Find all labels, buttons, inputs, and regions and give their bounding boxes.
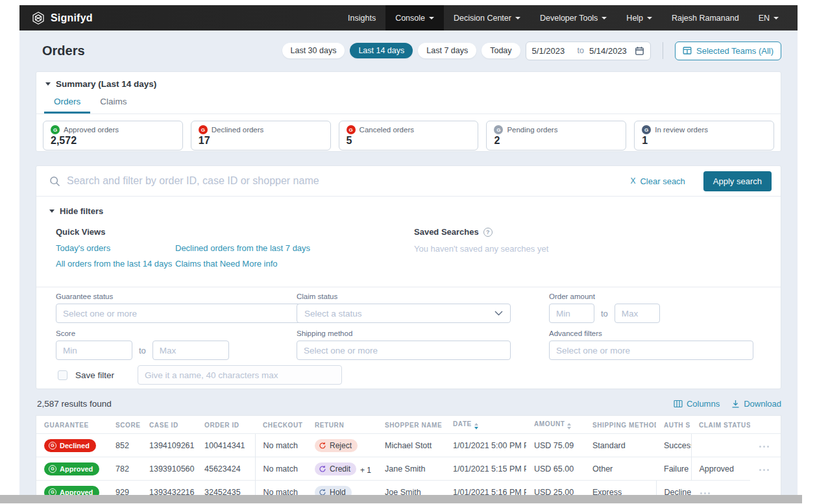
return-icon (319, 442, 326, 450)
col-guarantee[interactable]: GUARANTEE (36, 416, 108, 434)
stat-canceled-orders: GCanceled orders 5 (339, 121, 479, 150)
tab-claims[interactable]: Claims (90, 93, 136, 114)
stat-value: 2 (494, 135, 618, 147)
guarantee-icon: G (347, 125, 356, 134)
summary-tabs: Orders Claims (36, 93, 781, 114)
checkout-cell: No match (255, 481, 307, 496)
col-shopper-name[interactable]: SHOPPER NAME (377, 416, 445, 434)
search-input[interactable] (67, 175, 624, 187)
col-order-id[interactable]: ORDER ID (197, 416, 255, 434)
order-id-cell: 100414341 (197, 434, 255, 457)
range-last-30-days[interactable]: Last 30 days (282, 43, 345, 58)
stat-value: 5 (347, 135, 471, 147)
advanced-filters: Advanced filters (549, 330, 753, 360)
date-cell: 1/01/2021 5:00 PM PST (445, 434, 526, 457)
search-row: X Clear seach Apply search (36, 166, 781, 197)
row-actions-button[interactable] (758, 466, 770, 474)
order-amount-min-input[interactable] (549, 304, 594, 323)
date-from-input[interactable] (532, 46, 572, 56)
row-actions-button[interactable] (758, 443, 770, 450)
guarantee-icon: G (51, 125, 60, 134)
score-filter: Score to (56, 330, 229, 360)
score-min-input[interactable] (56, 341, 132, 360)
col-auth-status[interactable]: AUTH S (656, 416, 691, 434)
date-to-label: to (578, 46, 584, 55)
return-icon (319, 465, 326, 473)
nav-item-console[interactable]: Console (385, 5, 444, 30)
nav-item-developer-tools[interactable]: Developer Tools (530, 5, 616, 30)
hide-filters-toggle[interactable]: Hide filters (36, 197, 781, 216)
stat-value: 17 (199, 135, 323, 147)
nav-item-insights[interactable]: Insights (338, 5, 385, 30)
col-shipping-method[interactable]: SHIPPING METHOD (585, 416, 656, 434)
brand[interactable]: Signifyd (19, 11, 93, 25)
teams-grid-icon (683, 46, 692, 55)
nav-items: Insights Console Decision Center Develop… (338, 5, 798, 30)
quick-view-all-14-days[interactable]: All orders from the last 14 days (56, 259, 175, 274)
save-filter-checkbox[interactable] (58, 370, 67, 380)
col-amount[interactable]: AMOUNT (526, 416, 585, 434)
chevron-down-icon (647, 17, 652, 19)
col-case-id[interactable]: CASE ID (141, 416, 197, 434)
col-claim-status[interactable]: CLAIM STATUS (691, 416, 750, 434)
table-row[interactable]: GDeclined 852 1394109261 100414341 No ma… (36, 434, 781, 457)
col-score[interactable]: SCORE (108, 416, 141, 434)
apply-search-button[interactable]: Apply search (703, 171, 772, 191)
nav-item-decision-center[interactable]: Decision Center (444, 5, 530, 30)
guarantee-badge: GDeclined (44, 439, 96, 452)
date-range-picker[interactable]: to (526, 42, 651, 60)
save-filter-label: Save filter (75, 370, 114, 380)
claim-status-select[interactable]: Select a status (297, 304, 511, 323)
horizontal-scrollbar[interactable] (0, 495, 802, 503)
shipping-method-filter: Shipping method (297, 330, 511, 360)
date-to-input[interactable] (589, 46, 629, 56)
calendar-icon[interactable] (635, 46, 644, 56)
saved-searches-empty-text: You haven't saved any searches yet (414, 244, 548, 254)
col-checkout[interactable]: CHECKOUT (255, 416, 307, 434)
shipping-method-input[interactable] (297, 341, 511, 360)
advanced-filters-input[interactable] (549, 341, 753, 360)
clear-x-icon: X (630, 176, 635, 186)
range-today[interactable]: Today (482, 43, 520, 58)
chevron-down-icon (774, 17, 779, 19)
nav-item-user[interactable]: Rajesh Ramanand (662, 5, 749, 30)
score-max-input[interactable] (152, 341, 229, 360)
tab-orders[interactable]: Orders (44, 93, 90, 114)
download-button[interactable]: Download (731, 399, 781, 409)
columns-button[interactable]: Columns (674, 399, 720, 409)
amount-cell: USD 75.09 (526, 434, 585, 457)
range-last-7-days[interactable]: Last 7 days (418, 43, 476, 58)
order-amount-max-input[interactable] (615, 304, 660, 323)
saved-searches-title: Saved Searches ? (414, 227, 493, 237)
selected-teams-button[interactable]: Selected Teams (All) (675, 42, 781, 60)
summary-header[interactable]: Summary (Last 14 days) (36, 72, 781, 90)
shopper-cell: Michael Stott (377, 434, 445, 457)
filter-name-input[interactable] (138, 365, 342, 385)
sort-icon[interactable] (474, 423, 478, 429)
guarantee-status-filter: Guarantee status (56, 293, 306, 323)
app-frame: Signifyd Insights Console Decision Cente… (19, 5, 798, 496)
clear-search-button[interactable]: X Clear seach (630, 176, 685, 186)
claim-status-cell (691, 434, 750, 457)
quick-view-todays-orders[interactable]: Today's orders (56, 243, 175, 259)
range-last-14-days[interactable]: Last 14 days (350, 43, 413, 58)
guarantee-icon: G (494, 125, 503, 134)
chevron-down-icon (515, 17, 520, 19)
quick-view-declined-7-days[interactable]: Declined orders from the last 7 days (175, 243, 310, 259)
col-return[interactable]: RETURN (307, 416, 377, 434)
brand-name: Signifyd (51, 12, 93, 24)
help-icon[interactable]: ? (483, 228, 493, 237)
collapse-triangle-icon (49, 210, 55, 213)
nav-item-help[interactable]: Help (616, 5, 662, 30)
columns-icon (674, 400, 683, 408)
nav-item-language[interactable]: EN (749, 5, 788, 30)
quick-view-claims-need-info[interactable]: Claims that Need More info (175, 259, 310, 274)
summary-card: Summary (Last 14 days) Orders Claims GAp… (36, 71, 781, 152)
sort-icon[interactable] (567, 423, 571, 429)
table-row[interactable]: GApproved 782 1393910560 45623424 No mat… (36, 457, 781, 481)
table-row[interactable]: GApproved 929 1393432216 32452435 No mat… (36, 481, 781, 496)
orders-table: GUARANTEE SCORE CASE ID ORDER ID CHECKOU… (36, 415, 781, 496)
guarantee-status-input[interactable] (56, 304, 306, 323)
guarantee-badge: GApproved (44, 462, 99, 475)
col-date[interactable]: DATE (445, 416, 526, 434)
